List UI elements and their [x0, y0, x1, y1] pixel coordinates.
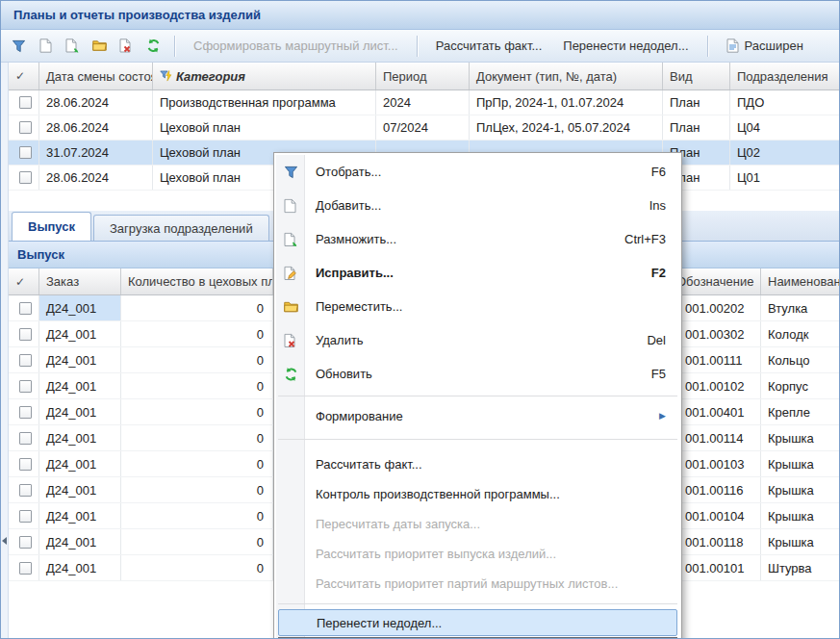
plans-cell-kind: План: [663, 90, 730, 115]
row-checkbox[interactable]: [19, 328, 32, 341]
output-cell-code: 001.00101: [670, 555, 761, 580]
filter-icon: [12, 39, 26, 53]
output-cell-check: [9, 321, 39, 346]
output-cell-qty: 0: [121, 451, 273, 476]
row-checkbox[interactable]: [19, 458, 32, 471]
menu-item-formation-label: Формирование: [316, 409, 403, 423]
row-checkbox[interactable]: [19, 171, 32, 184]
menu-item-calc-fact[interactable]: Рассчитать факт...: [276, 449, 679, 479]
splitter-strip[interactable]: [1, 63, 9, 638]
output-cell-order: Д24_001: [39, 451, 121, 476]
plans-cell-check: [9, 115, 39, 140]
menu-item-add-shortcut: Ins: [630, 198, 666, 213]
output-cell-qty: 0: [121, 529, 273, 554]
row-checkbox[interactable]: [19, 146, 32, 159]
toolbar: Сформировать маршрутный лист...Рассчитат…: [1, 30, 839, 63]
output-cell-order: Д24_001: [39, 503, 121, 528]
refresh-toolbar-button[interactable]: [140, 34, 165, 59]
output-cell-check: [9, 373, 39, 398]
menu-item-priority-batches-label: Рассчитать приоритет партий маршрутных л…: [316, 576, 618, 591]
menu-item-duplicate[interactable]: Размножить...Ctrl+F3: [276, 222, 679, 256]
move-toolbar-button[interactable]: [87, 34, 112, 59]
output-cell-qty: 0: [121, 321, 273, 346]
submenu-arrow-icon: ▶: [659, 411, 666, 421]
calculate-fact-button[interactable]: Рассчитать факт...: [426, 34, 552, 59]
delete-doc-icon: [119, 38, 133, 53]
plans-cell-division: ПДО: [730, 90, 840, 115]
tab-department-load[interactable]: Загрузка подразделений: [93, 215, 269, 241]
row-checkbox[interactable]: [19, 484, 32, 497]
context-menu: Отобрать...F6Добавить...InsРазмножить...…: [273, 152, 682, 639]
output-cell-check: [9, 529, 39, 554]
output-cell-code: 001.00202: [670, 295, 761, 320]
output-cell-check: [9, 295, 39, 320]
output-cell-qty: 0: [121, 295, 273, 320]
menu-item-priority-products: Рассчитать приоритет выпуска изделий...: [276, 539, 679, 569]
output-cell-qty: 0: [121, 477, 273, 502]
menu-item-program-control[interactable]: Контроль производственной программы...: [276, 479, 679, 509]
plans-col-header-division[interactable]: Подразделения: [730, 63, 840, 89]
app-window: Планы и отчеты производства изделий Сфор…: [0, 0, 840, 639]
copy-doc-icon: [284, 232, 297, 246]
menu-item-move[interactable]: Переместить...: [276, 290, 679, 323]
collapse-arrow-icon[interactable]: [2, 537, 7, 545]
row-checkbox[interactable]: [19, 96, 32, 109]
menu-item-calc-fact-label: Рассчитать факт...: [316, 457, 422, 472]
tab-output[interactable]: Выпуск: [12, 212, 91, 241]
plans-cell-kind: План: [663, 115, 730, 140]
transfer-shortfall-button[interactable]: Перенести недодел...: [553, 34, 698, 59]
row-checkbox[interactable]: [19, 302, 32, 315]
menu-item-edit-shortcut: F2: [632, 266, 666, 280]
output-cell-qty: 0: [121, 503, 273, 528]
output-cell-code: 001.00114: [670, 425, 761, 450]
window-titlebar: Планы и отчеты производства изделий: [1, 1, 839, 30]
plans-row[interactable]: 28.06.2024Производственная программа2024…: [9, 90, 839, 115]
menu-item-transfer-shortfall[interactable]: Перенести недодел...: [278, 609, 677, 636]
menu-item-edit[interactable]: Исправить...F2: [276, 256, 679, 290]
menu-item-delete-shortcut: Del: [627, 333, 666, 347]
row-checkbox[interactable]: [19, 510, 32, 523]
plans-row[interactable]: 28.06.2024Цеховой план07/2024ПлЦех, 2024…: [9, 115, 839, 141]
menu-item-delete[interactable]: УдалитьDel: [276, 323, 679, 357]
output-col-header-name[interactable]: Наименование: [761, 268, 840, 294]
menu-item-formation[interactable]: Формирование▶: [276, 401, 679, 430]
plans-cell-division: Ц01: [730, 166, 840, 190]
extended-button[interactable]: Расширен: [717, 34, 813, 59]
plans-col-header-check[interactable]: ✓: [9, 63, 39, 89]
menu-item-filter[interactable]: Отобрать...F6: [276, 155, 679, 189]
output-cell-name: Колодк: [761, 321, 840, 346]
add-toolbar-button[interactable]: [33, 34, 58, 59]
row-checkbox[interactable]: [19, 121, 32, 134]
menu-item-add[interactable]: Добавить...Ins: [276, 189, 679, 222]
row-checkbox[interactable]: [19, 406, 32, 419]
copy-doc-icon: [65, 38, 79, 53]
output-col-header-check[interactable]: ✓: [9, 268, 39, 294]
row-checkbox[interactable]: [19, 432, 32, 445]
output-cell-check: [9, 425, 39, 450]
duplicate-toolbar-button[interactable]: [60, 34, 85, 59]
menu-item-refresh[interactable]: ОбновитьF5: [276, 357, 679, 391]
output-cell-order: Д24_001: [39, 321, 121, 346]
output-col-header-code[interactable]: Обозначение: [670, 268, 761, 294]
menu-item-transfer-shortfall-label: Перенести недодел...: [317, 616, 442, 630]
output-cell-qty: 0: [121, 347, 273, 372]
plans-cell-date: 31.07.2024: [39, 141, 153, 165]
output-cell-name: Крышка: [761, 529, 840, 554]
output-col-header-order[interactable]: Заказ: [39, 268, 121, 294]
output-cell-code: 001.00118: [670, 529, 761, 554]
plans-col-header-kind[interactable]: Вид: [663, 63, 730, 89]
filter-toolbar-button[interactable]: [6, 34, 31, 59]
output-col-header-qty[interactable]: Количество в цеховых планах: [121, 268, 273, 294]
generate-route-sheet-button-label: Сформировать маршрутный лист...: [193, 38, 398, 53]
row-checkbox[interactable]: [19, 354, 32, 367]
output-cell-check: [9, 347, 39, 372]
plans-col-header-category[interactable]: Категория: [153, 63, 376, 89]
row-checkbox[interactable]: [19, 562, 32, 575]
delete-toolbar-button[interactable]: [114, 34, 139, 59]
plans-col-header-document[interactable]: Документ (тип, №, дата): [470, 63, 663, 89]
plans-col-header-period[interactable]: Период: [376, 63, 470, 89]
row-checkbox[interactable]: [19, 536, 32, 549]
plans-col-header-date[interactable]: Дата смены состояния: [39, 63, 153, 89]
row-checkbox[interactable]: [19, 380, 32, 393]
output-cell-order: Д24_001: [39, 295, 121, 320]
